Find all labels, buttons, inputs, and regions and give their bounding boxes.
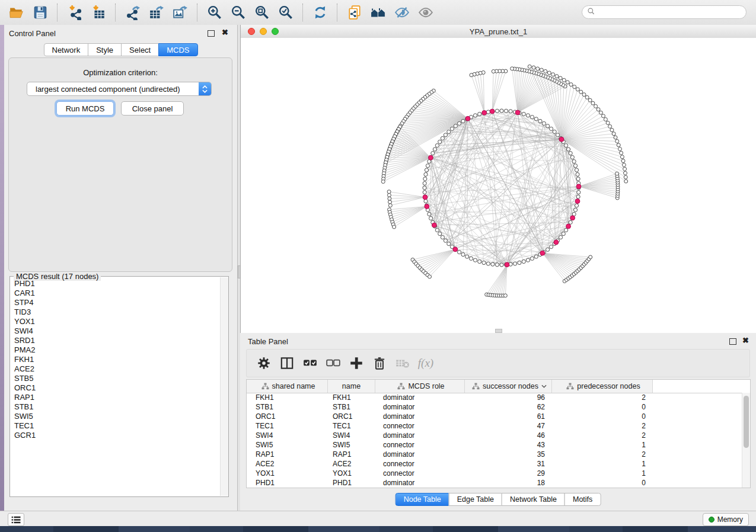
leaf-node[interactable] (387, 193, 391, 197)
network-window-titlebar[interactable]: YPA_prune.txt_1 (241, 25, 756, 39)
horizontal-splitter-handle[interactable] (495, 329, 502, 333)
ring-node[interactable] (469, 257, 473, 260)
search-input[interactable] (598, 7, 746, 17)
close-panel-button[interactable]: Close panel (121, 101, 184, 116)
export-table-icon[interactable] (146, 2, 167, 23)
ring-node[interactable] (570, 155, 574, 159)
run-mcds-button[interactable]: Run MCDS (56, 101, 114, 116)
optimization-criterion-dropdown[interactable]: largest connected component (undirected) (27, 82, 212, 96)
settings-gear-icon[interactable] (256, 355, 272, 371)
ring-node[interactable] (435, 143, 439, 147)
ring-node[interactable] (538, 119, 542, 123)
zoom-selected-icon[interactable] (276, 2, 296, 23)
table-row[interactable]: ORC1ORC1dominator610 (247, 412, 742, 421)
leaf-node[interactable] (503, 294, 507, 297)
mcds-result-item[interactable]: STB1 (14, 402, 220, 412)
leaf-node[interactable] (608, 124, 612, 128)
leaf-node[interactable] (579, 90, 583, 94)
column-header-MCDS-role[interactable]: MCDS role (375, 380, 465, 393)
ring-node[interactable] (522, 259, 525, 263)
ring-node[interactable] (447, 130, 451, 133)
ring-node[interactable] (534, 255, 538, 258)
ring-node[interactable] (478, 259, 481, 263)
ring-node[interactable] (569, 152, 572, 155)
leaf-node[interactable] (573, 85, 576, 89)
leaf-node[interactable] (624, 175, 627, 179)
table-row[interactable]: FKH1FKH1dominator962 (247, 393, 742, 402)
ring-node[interactable] (569, 220, 572, 224)
ring-node[interactable] (478, 112, 481, 116)
leaf-node[interactable] (511, 67, 514, 70)
mcds-result-item[interactable]: STP4 (14, 298, 220, 307)
leaf-node[interactable] (387, 190, 391, 194)
scrollbar-thumb[interactable] (744, 396, 749, 448)
mcds-result-item[interactable]: GCR1 (14, 431, 220, 440)
ring-node[interactable] (564, 228, 568, 232)
leaf-node[interactable] (547, 71, 551, 75)
table-scrollbar[interactable] (742, 393, 750, 488)
network-overview-icon[interactable] (368, 2, 388, 23)
mcds-node[interactable] (566, 224, 571, 229)
mcds-node[interactable] (482, 110, 487, 115)
ring-node[interactable] (556, 133, 559, 137)
hide-graphics-icon[interactable] (392, 2, 412, 23)
network-canvas[interactable] (241, 38, 756, 333)
leaf-node[interactable] (591, 101, 595, 105)
float-panel-icon[interactable] (208, 30, 215, 37)
tab-node-table[interactable]: Node Table (395, 493, 449, 506)
ring-node[interactable] (495, 109, 499, 113)
mcds-result-item[interactable]: STB5 (14, 374, 220, 383)
mcds-node[interactable] (465, 116, 470, 121)
mcds-result-list[interactable]: PHD1CAR1STP4TID3YOX1SWI4SRD1PMA2FKH1ACE2… (10, 279, 220, 496)
column-header-predecessor-nodes[interactable]: predecessor nodes (552, 380, 653, 393)
mcds-result-item[interactable]: YOX1 (14, 317, 220, 326)
ring-node[interactable] (566, 148, 570, 151)
ring-node[interactable] (454, 124, 457, 128)
ring-node[interactable] (444, 133, 447, 137)
leaf-node[interactable] (428, 275, 432, 278)
ring-node[interactable] (423, 190, 426, 194)
mcds-result-item[interactable]: RAP1 (14, 393, 220, 402)
tab-network-table[interactable]: Network Table (502, 493, 565, 506)
export-image-icon[interactable] (170, 2, 190, 23)
tab-select[interactable]: Select (121, 43, 159, 56)
leaf-node[interactable] (624, 180, 628, 183)
mcds-result-item[interactable]: CAR1 (14, 289, 220, 298)
leaf-node[interactable] (612, 132, 615, 136)
add-column-icon[interactable] (349, 355, 364, 371)
ring-node[interactable] (423, 181, 426, 185)
leaf-node[interactable] (620, 155, 624, 159)
zoom-in-icon[interactable] (205, 2, 225, 23)
ring-node[interactable] (425, 168, 428, 172)
mcds-node[interactable] (570, 216, 575, 220)
import-network-icon[interactable] (65, 2, 85, 23)
ring-node[interactable] (457, 121, 461, 125)
table-row[interactable]: TEC1TEC1connector472 (247, 421, 742, 431)
ring-node[interactable] (504, 109, 508, 113)
mcds-result-item[interactable]: ACE2 (14, 364, 220, 374)
table-row[interactable]: SWI4SWI4dominator462 (247, 431, 742, 440)
mcds-result-item[interactable]: PMA2 (14, 345, 220, 355)
show-graphics-icon[interactable] (416, 2, 436, 23)
ring-node[interactable] (423, 186, 426, 190)
leaf-node[interactable] (594, 104, 598, 108)
ring-node[interactable] (573, 208, 577, 211)
column-header-shared-name[interactable]: shared name (247, 380, 328, 393)
ring-node[interactable] (530, 257, 534, 260)
ring-node[interactable] (426, 164, 429, 168)
leaf-node[interactable] (610, 128, 614, 132)
ring-node[interactable] (461, 119, 465, 123)
ring-node[interactable] (542, 121, 546, 125)
ring-node[interactable] (431, 152, 435, 155)
ring-node[interactable] (500, 109, 503, 113)
ring-node[interactable] (444, 239, 447, 242)
ring-node[interactable] (447, 242, 451, 245)
search-box[interactable] (582, 5, 747, 19)
ring-node[interactable] (482, 261, 486, 264)
ring-node[interactable] (428, 212, 431, 216)
ring-node[interactable] (509, 110, 512, 113)
leaf-node[interactable] (544, 69, 547, 73)
ring-node[interactable] (562, 232, 565, 236)
ring-node[interactable] (441, 235, 444, 239)
leaf-node[interactable] (393, 225, 396, 229)
